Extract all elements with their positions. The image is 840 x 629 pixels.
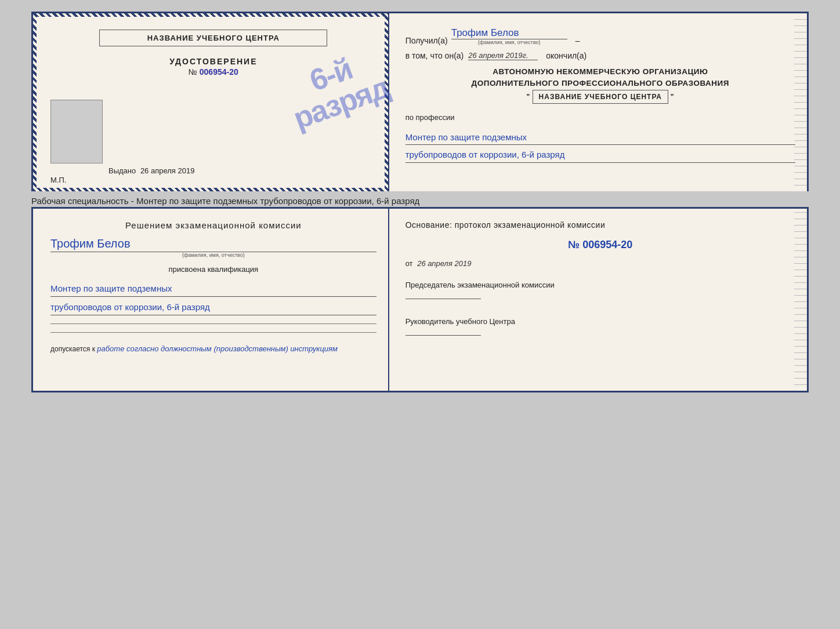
vtom-label: в том, что он(а) — [405, 51, 464, 60]
org-line2: ДОПОЛНИТЕЛЬНОГО ПРОФЕССИОНАЛЬНОГО ОБРАЗО… — [472, 79, 729, 88]
stamp-text: 6-йразряд — [279, 43, 392, 134]
right-deco-bottom — [794, 209, 807, 391]
profession-block: Монтер по защите подземных трубопроводов… — [405, 128, 795, 163]
org-line1: АВТОНОМНУЮ НЕКОММЕРЧЕСКУЮ ОРГАНИЗАЦИЮ — [493, 67, 708, 76]
vydano-date: 26 апреля 2019 — [140, 166, 195, 175]
dopuskaetsya-prefix: допускается к — [50, 345, 95, 353]
resheniem-label: Решением экзаменационной комиссии — [50, 220, 376, 230]
rukovoditel-block: Руководитель учебного Центра — [405, 316, 795, 339]
cert-top-left-panel: НАЗВАНИЕ УЧЕБНОГО ЦЕНТРА УДОСТОВЕРЕНИЕ №… — [33, 13, 389, 191]
ot-prefix: от — [405, 259, 413, 268]
org-name: НАЗВАНИЕ УЧЕБНОГО ЦЕНТРА — [533, 90, 668, 104]
udost-label: УДОСТОВЕРЕНИЕ — [169, 57, 257, 66]
cert-top-right-panel: Получил(а) Трофим Белов (фамилия, имя, о… — [389, 13, 807, 191]
prisvoena-label: присвоена квалификация — [50, 265, 376, 274]
school-name-label: НАЗВАНИЕ УЧЕБНОГО ЦЕНТРА — [147, 34, 280, 42]
name-block: Трофим Белов (фамилия, имя, отчество) — [50, 237, 376, 258]
okonchil-label: окончил(а) — [546, 51, 586, 60]
between-label: Рабочая специальность - Монтер по защите… — [31, 191, 809, 207]
vydano-prefix: Выдано — [108, 166, 136, 175]
rukovoditel-sign-line — [405, 335, 481, 336]
top-certificate: НАЗВАНИЕ УЧЕБНОГО ЦЕНТРА УДОСТОВЕРЕНИЕ №… — [31, 12, 809, 191]
profession-line2: трубопроводов от коррозии, 6-й разряд — [405, 147, 795, 163]
predsedatel-sign-line — [405, 299, 481, 299]
cert-title-block: УДОСТОВЕРЕНИЕ № 006954-20 — [169, 57, 257, 77]
vydano-row: Выдано 26 апреля 2019 — [108, 166, 194, 175]
predsedatel-label: Председатель экзаменационной комиссии — [405, 281, 555, 289]
bottom-name: Трофим Белов — [50, 237, 376, 252]
po-professii-label: по профессии — [405, 113, 795, 122]
qual-block: Монтер по защите подземных трубопроводов… — [50, 278, 376, 315]
rukovoditel-label: Руководитель учебного Центра — [405, 317, 515, 326]
cert-number-value: 006954-20 — [200, 67, 238, 77]
protocol-number: № 006954-20 — [405, 239, 795, 251]
cert-bottom-right-panel: Основание: протокол экзаменационной коми… — [389, 209, 807, 391]
fio-small-bottom: (фамилия, имя, отчество) — [50, 252, 376, 258]
qual-line1: Монтер по защите подземных — [50, 281, 376, 297]
cert-number: № 006954-20 — [169, 67, 257, 77]
dopuskaetsya-text: работе согласно должностным (производств… — [97, 344, 338, 353]
school-name-box: НАЗВАНИЕ УЧЕБНОГО ЦЕНТРА — [99, 30, 327, 46]
vtom-row: в том, что он(а) 26 апреля 2019г. окончи… — [405, 51, 795, 60]
predsedatel-block: Председатель экзаменационной комиссии — [405, 279, 795, 302]
mp-label: М.П. — [50, 176, 66, 184]
fio-small-top: (фамилия, имя, отчество) — [478, 39, 541, 45]
dopuskaetsya-block: допускается к работе согласно должностны… — [50, 344, 376, 353]
bottom-certificate: Решением экзаменационной комиссии Трофим… — [31, 207, 809, 392]
qual-line2: трубопроводов от коррозии, 6-й разряд — [50, 299, 376, 315]
profession-line1: Монтер по защите подземных — [405, 130, 795, 146]
protocol-date-val: 26 апреля 2019 — [417, 259, 471, 268]
vtom-date: 26 апреля 2019г. — [468, 51, 538, 60]
cert-bottom-left-panel: Решением экзаменационной комиссии Трофим… — [33, 209, 389, 391]
photo-placeholder — [50, 100, 103, 163]
org-block: АВТОНОМНУЮ НЕКОММЕРЧЕСКУЮ ОРГАНИЗАЦИЮ ДО… — [405, 66, 795, 104]
osnov-label: Основание: протокол экзаменационной коми… — [405, 220, 795, 230]
poluchil-row: Получил(а) Трофим Белов (фамилия, имя, о… — [405, 27, 795, 45]
poluchil-label: Получил(а) — [405, 36, 448, 45]
right-deco — [794, 13, 807, 191]
poluchil-name: Трофим Белов — [451, 27, 567, 39]
protocol-date: от 26 апреля 2019 — [405, 259, 795, 268]
